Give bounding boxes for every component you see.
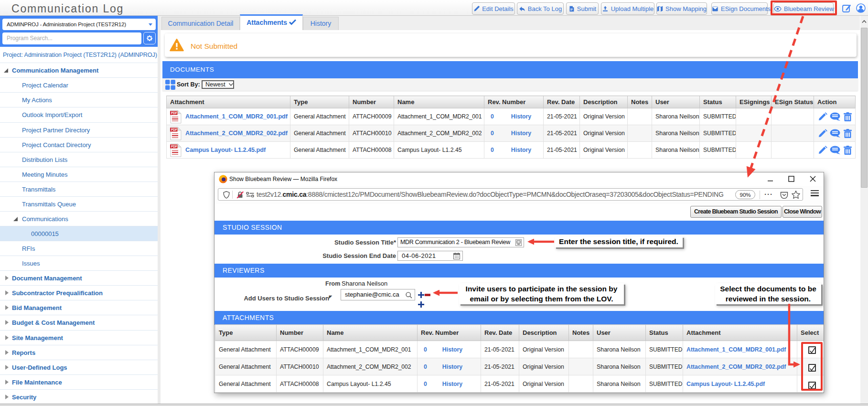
svg-text:PDF: PDF: [171, 111, 177, 115]
svg-text:PDF: PDF: [171, 145, 177, 148]
svg-text:PDF: PDF: [171, 128, 177, 131]
